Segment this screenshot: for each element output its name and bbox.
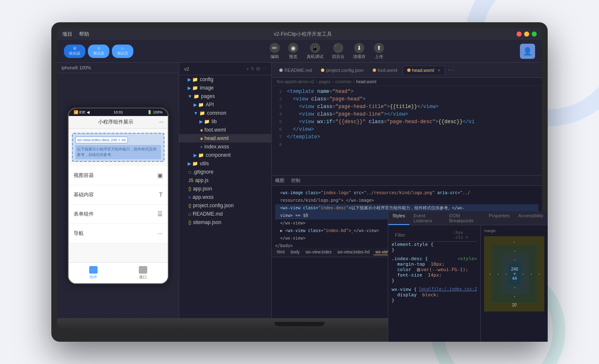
tree-folder-lib[interactable]: ▶ 📁 lib — [179, 117, 271, 126]
selector-body[interactable]: body — [289, 249, 302, 255]
bm-padding-row: - 240 × 44 - — [504, 263, 525, 285]
selector-html[interactable]: html — [275, 249, 286, 255]
bm-border-row: - - - 240 × 44 - — [496, 254, 533, 294]
tree-file-head-wxml[interactable]: ■ head.wxml — [179, 134, 271, 142]
html-line-1: <wx-image class="index-logo" src="../res… — [275, 189, 538, 197]
styles-sub-tabs: Styles Event Listeners DOM Breakpoints P… — [388, 211, 542, 225]
phone-list-item-3[interactable]: 导航 ··· — [69, 224, 168, 243]
toolbar-action-device-debug[interactable]: 📱 真机调试 — [307, 43, 323, 60]
debugger-btn[interactable]: ⊙ 调试器 — [88, 45, 109, 58]
bm-padding-bottom-val: - — [504, 285, 525, 290]
tree-icon-more[interactable]: ⋯ — [262, 66, 266, 71]
upper-tab-overview[interactable]: 概图 — [275, 177, 284, 184]
tree-file-sitemap[interactable]: {} sitemap.json — [179, 218, 271, 227]
code-line-6: 6 </view> — [272, 126, 542, 133]
tree-folder-pages[interactable]: ▼ 📁 pages — [179, 92, 271, 100]
file-icon-app-wxss: ≡ — [188, 195, 191, 200]
tree-file-app-wxss[interactable]: ≡ app.wxss — [179, 193, 271, 201]
toolbar-action-background[interactable]: ⬛ 切后台 — [332, 43, 345, 60]
bm-border: - - - - — [492, 245, 537, 303]
bm-margin-left: - — [488, 272, 492, 276]
css-source-index-desc: <style> — [458, 256, 477, 261]
phone-tab-interface[interactable]: 接口 — [118, 266, 168, 280]
selector-wx-view-hd[interactable]: wx-view.index-hd — [336, 249, 371, 255]
tab-project-config[interactable]: project.config.json — [317, 66, 368, 74]
code-line-3: 3 <view class="page-head-title">{{title}… — [272, 103, 542, 111]
tree-icon-collapse[interactable]: ⊟ — [256, 66, 260, 71]
tree-file-gitignore[interactable]: □ .gitignore — [179, 168, 271, 176]
folder-icon-component: ▶ 📁 — [193, 153, 204, 158]
bm-padding: - - 240 × 44 - - — [501, 254, 529, 294]
toolbar-action-clear-cache[interactable]: ⬇ 清缓存 — [353, 43, 366, 60]
test-btn[interactable]: ▷ 测试页 — [112, 45, 133, 58]
simulator-btn[interactable]: ⊞ 模拟器 — [64, 45, 85, 58]
css-selector-wx-view: wx-view { — [392, 287, 417, 292]
user-avatar[interactable]: 👤 — [520, 44, 535, 59]
tab-readme[interactable]: README.md — [275, 66, 316, 74]
tree-file-readme[interactable]: □ README.md — [179, 210, 271, 218]
folder-icon-api: ▶ 📁 — [193, 102, 204, 108]
list-item-text-1: 基础内容 — [74, 191, 94, 198]
tab-head-wxml[interactable]: head.wxml × — [403, 66, 445, 74]
phone-title-bar: 小程序组件展示 ··· — [69, 116, 168, 129]
menu-item-project[interactable]: 项目 — [62, 31, 72, 38]
menu-item-help[interactable]: 帮助 — [79, 31, 89, 38]
tree-folder-utils[interactable]: ▶ 📁 utils — [179, 159, 271, 168]
upload-icon: ⬆ — [374, 43, 384, 53]
phone-tab-components[interactable]: 组件 — [69, 266, 118, 280]
folder-icon-image: ▶ 📁 — [188, 85, 198, 91]
tree-file-index-wxss[interactable]: ≡ index.wxss — [179, 142, 271, 151]
phone-list-item-1[interactable]: 基础内容 T — [69, 185, 168, 205]
window-minimize-btn[interactable] — [524, 32, 529, 37]
styles-tab-styles[interactable]: Styles — [388, 211, 409, 225]
upper-tab-control[interactable]: 控制 — [291, 177, 300, 184]
styles-tab-dom-bp[interactable]: DOM Breakpoints — [445, 211, 485, 225]
file-icon-gitignore: □ — [188, 170, 191, 174]
tree-file-project-config[interactable]: {} project.config.json — [179, 201, 271, 210]
bm-border-left: - — [496, 272, 500, 276]
styles-tab-access[interactable]: Accessibility — [514, 211, 542, 225]
list-item-text-3: 导航 — [74, 230, 84, 237]
tree-folder-image[interactable]: ▶ 📁 image — [179, 84, 271, 92]
filter-input[interactable] — [395, 232, 453, 237]
tree-icon-new-file[interactable]: + — [246, 66, 249, 71]
phone-list-item-2[interactable]: 表单组件 ☰ — [69, 205, 168, 224]
phone-bottom-tab: 组件 接口 — [69, 262, 168, 283]
code-editor-panel: README.md project.config.json foot.wxml … — [272, 63, 542, 318]
folder-icon-common: ▼ 📁 — [193, 111, 205, 116]
devtools-upper-tabs: 概图 控制 — [272, 176, 542, 186]
tab-dot-project-config — [321, 69, 324, 72]
styles-tab-event[interactable]: Event Listeners — [409, 211, 445, 225]
toolbar-action-edit[interactable]: ✏ 编辑 — [270, 43, 280, 60]
tab-foot-wxml[interactable]: foot.wxml — [368, 66, 401, 74]
selector-wx-view-index[interactable]: wx-view.index — [304, 249, 334, 255]
tree-folder-common[interactable]: ▼ 📁 common — [179, 109, 271, 117]
list-item-icon-2: ☰ — [157, 211, 163, 217]
phone-highlighted-element: wx-view.index-desc 240 × 44 以下指展示小程序官方组件… — [72, 133, 164, 162]
phone-title-more[interactable]: ··· — [159, 119, 163, 125]
status-right: 🔋 100% — [147, 110, 163, 114]
tree-folder-component[interactable]: ▶ 📁 component — [179, 151, 271, 159]
bm-padding-top-val: - — [504, 257, 525, 262]
tree-file-foot-wxml[interactable]: ■ foot.wxml — [179, 126, 271, 134]
phone-list-item-0[interactable]: 视图容器 ▣ — [69, 166, 168, 185]
styles-tab-props[interactable]: Properties — [485, 211, 514, 225]
toolbar-action-upload[interactable]: ⬆ 上传 — [374, 43, 384, 60]
tab-more-btn[interactable]: ⋯ — [448, 66, 454, 74]
tree-file-app-json[interactable]: {} app.json — [179, 185, 271, 193]
tree-folder-config[interactable]: ▶ 📁 config — [179, 75, 271, 84]
file-icon-app-js: JS — [188, 178, 193, 183]
box-model: margin - - - — [480, 225, 542, 318]
box-model-container: - - - - — [484, 236, 542, 311]
tree-icon-refresh[interactable]: ↻ — [251, 66, 254, 71]
css-rule-element-style: element.style { } — [392, 242, 477, 253]
window-close-btn[interactable] — [517, 32, 522, 37]
window-maximize-btn[interactable] — [532, 32, 537, 37]
tab-close-head-wxml[interactable]: × — [437, 68, 440, 73]
tree-folder-api[interactable]: ▶ 📁 API — [179, 100, 271, 109]
html-line-3[interactable]: <wx-view class="index-desc">以下指展示小程序官方组件… — [275, 204, 538, 212]
bm-margin: - - - - — [484, 236, 542, 311]
css-source-wx-view[interactable]: localfile:/.index.css:2 — [419, 287, 477, 292]
toolbar-action-preview[interactable]: ◉ 预览 — [288, 43, 298, 60]
tree-file-app-js[interactable]: JS app.js — [179, 176, 271, 185]
